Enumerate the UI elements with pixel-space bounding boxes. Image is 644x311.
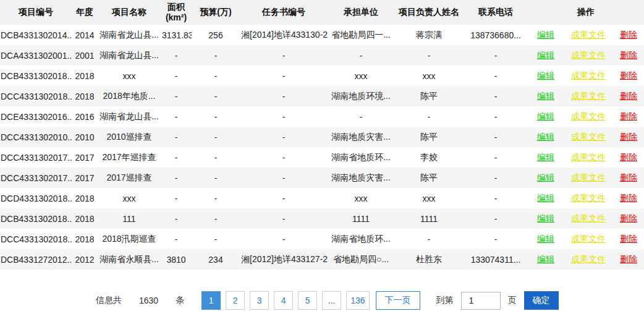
cell-budget: - <box>192 45 240 66</box>
cell-budget: - <box>192 147 240 168</box>
cell-year: 2014 <box>72 25 98 45</box>
delete-link[interactable]: 删除 <box>620 254 637 264</box>
result-file-link[interactable]: 成果文件 <box>571 173 606 182</box>
info-prefix-label: 信息共 <box>96 295 122 306</box>
result-file-link[interactable]: 成果文件 <box>571 193 606 203</box>
edit-link[interactable]: 编辑 <box>537 30 554 40</box>
cell-operation: 删除 <box>613 106 644 127</box>
result-file-link[interactable]: 成果文件 <box>571 30 606 40</box>
result-file-link[interactable]: 成果文件 <box>571 50 606 60</box>
col-header-project-name: 项目名称 <box>98 0 161 25</box>
cell-name: 111 <box>98 208 161 229</box>
goto-prefix-label: 到第 <box>436 295 454 306</box>
result-file-link[interactable]: 成果文件 <box>571 111 606 121</box>
edit-link[interactable]: 编辑 <box>537 173 554 182</box>
result-file-link[interactable]: 成果文件 <box>571 152 606 162</box>
cell-year: 2017 <box>72 147 98 168</box>
cell-operation: 删除 <box>613 168 644 188</box>
cell-name: 湖南省龙山县... <box>98 106 161 127</box>
cell-leader: xxx <box>394 188 464 208</box>
table-row: DCA4331302001...2001湖南省龙山县...------编辑成果文… <box>0 45 644 66</box>
edit-link[interactable]: 编辑 <box>537 254 554 264</box>
edit-link[interactable]: 编辑 <box>537 213 554 223</box>
col-header-area: 面积 (km²) <box>161 0 192 25</box>
cell-operation: 成果文件 <box>564 66 613 86</box>
edit-link[interactable]: 编辑 <box>537 91 554 101</box>
cell-year: 2010 <box>72 127 98 147</box>
delete-link[interactable]: 删除 <box>620 193 637 203</box>
cell-area: - <box>161 106 192 127</box>
cell-name: xxx <box>98 66 161 86</box>
goto-page-input[interactable] <box>461 292 501 310</box>
cell-operation: 成果文件 <box>564 168 613 188</box>
cell-task-no: - <box>240 208 328 229</box>
cell-phone: - <box>464 86 528 106</box>
cell-unit: xxx <box>328 66 394 86</box>
delete-link[interactable]: 删除 <box>620 213 637 223</box>
table-body: DCB4331302014...2014湖南省龙山县...3131.83256湘… <box>0 25 644 270</box>
cell-id: DCB4331302018... <box>0 208 72 229</box>
cell-operation: 删除 <box>613 188 644 208</box>
confirm-button[interactable]: 确定 <box>524 291 559 310</box>
next-page-button[interactable]: 下一页 <box>376 291 420 310</box>
edit-link[interactable]: 编辑 <box>537 50 554 60</box>
cell-operation: 编辑 <box>528 147 564 168</box>
table-row: DCB4331272012...2012湖南省永顺县...3810234湘[20… <box>0 249 644 270</box>
result-file-link[interactable]: 成果文件 <box>571 70 606 80</box>
cell-task-no: - <box>240 147 328 168</box>
edit-link[interactable]: 编辑 <box>537 193 554 203</box>
cell-phone: - <box>464 45 528 66</box>
page-button-3[interactable]: 3 <box>250 291 269 310</box>
page-button-4[interactable]: 4 <box>274 291 293 310</box>
cell-phone: - <box>464 229 528 249</box>
cell-name: 2017巡排查 <box>98 168 161 188</box>
cell-task-no: - <box>240 127 328 147</box>
cell-operation: 编辑 <box>528 229 564 249</box>
col-header-project-id: 项目编号 <box>0 0 72 25</box>
cell-area: - <box>161 66 192 86</box>
edit-link[interactable]: 编辑 <box>537 70 554 80</box>
page-button-5[interactable]: 5 <box>298 291 317 310</box>
delete-link[interactable]: 删除 <box>620 234 637 244</box>
delete-link[interactable]: 删除 <box>620 111 637 121</box>
cell-leader: - <box>394 45 464 66</box>
result-file-link[interactable]: 成果文件 <box>571 91 606 101</box>
delete-link[interactable]: 删除 <box>620 152 637 162</box>
edit-link[interactable]: 编辑 <box>537 152 554 162</box>
col-header-budget: 预算(万) <box>192 0 240 25</box>
cell-operation: 删除 <box>613 208 644 229</box>
edit-link[interactable]: 编辑 <box>537 111 554 121</box>
result-file-link[interactable]: 成果文件 <box>571 213 606 223</box>
table-row: DCD4331302018...2018xxx---xxxxxx-编辑成果文件删… <box>0 188 644 208</box>
result-file-link[interactable]: 成果文件 <box>571 254 606 264</box>
edit-link[interactable]: 编辑 <box>537 234 554 244</box>
result-file-link[interactable]: 成果文件 <box>571 234 606 244</box>
cell-budget: - <box>192 229 240 249</box>
delete-link[interactable]: 删除 <box>620 173 637 182</box>
cell-leader: 杜胜东 <box>394 249 464 270</box>
cell-phone: - <box>464 106 528 127</box>
delete-link[interactable]: 删除 <box>620 50 637 60</box>
cell-phone: - <box>464 208 528 229</box>
cell-task-no: - <box>240 168 328 188</box>
cell-id: DCE4331302016... <box>0 106 72 127</box>
delete-link[interactable]: 删除 <box>620 70 637 80</box>
page-button-2[interactable]: 2 <box>226 291 245 310</box>
result-file-link[interactable]: 成果文件 <box>571 132 606 142</box>
cell-budget: 234 <box>192 249 240 270</box>
table-row: DCB4331302014...2014湖南省龙山县...3131.83256湘… <box>0 25 644 45</box>
edit-link[interactable]: 编辑 <box>537 132 554 142</box>
delete-link[interactable]: 删除 <box>620 132 637 142</box>
cell-operation: 删除 <box>613 66 644 86</box>
delete-link[interactable]: 删除 <box>620 30 637 40</box>
cell-task-no: - <box>240 86 328 106</box>
cell-operation: 编辑 <box>528 106 564 127</box>
page-button-136[interactable]: 136 <box>346 291 369 310</box>
cell-id: DCB4331272012... <box>0 249 72 270</box>
page-button-1[interactable]: 1 <box>201 291 221 310</box>
cell-operation: 成果文件 <box>564 25 613 45</box>
record-count-info: 信息共 1630 条 <box>96 295 184 306</box>
delete-link[interactable]: 删除 <box>620 91 637 101</box>
cell-year: 2018 <box>72 208 98 229</box>
cell-year: 2016 <box>72 106 98 127</box>
